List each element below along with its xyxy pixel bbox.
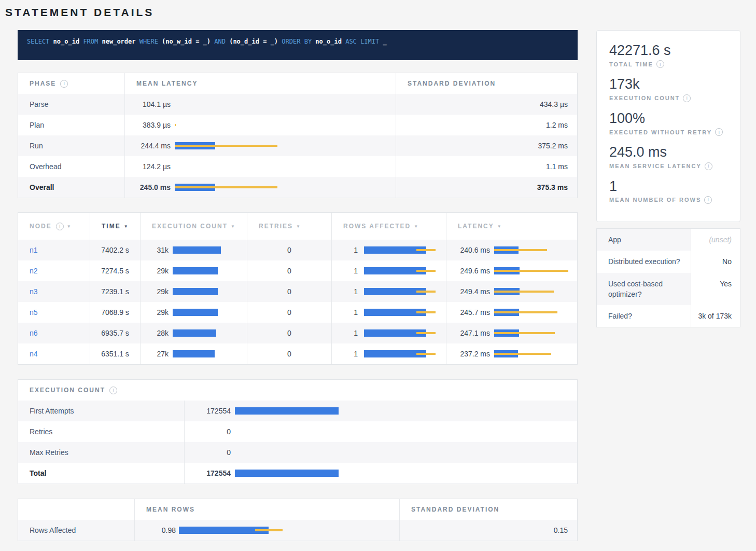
node-link[interactable]: n4 (30, 350, 38, 358)
rows-affected-header[interactable]: ROWS AFFECTED ▼ (332, 213, 446, 240)
sql-identifier: no_o_id (53, 38, 83, 45)
execution-count-bar (173, 350, 215, 357)
latency-header[interactable]: LATENCY ▼ (446, 213, 578, 240)
time-cell: 6351.1 s (90, 343, 141, 364)
execution-count-cell: 29k (141, 260, 247, 281)
phase-table-header: PHASE i MEAN LATENCY STANDARD DEVIATION (18, 73, 577, 94)
info-icon[interactable]: i (705, 162, 712, 170)
attribute-row-failed: Failed? 3k of 173k (597, 305, 740, 327)
mean-rows-header: MEAN ROWS (135, 499, 400, 520)
retries-header[interactable]: RETRIES ▼ (247, 213, 332, 240)
retries-cell: 0 (247, 343, 332, 364)
latency-bar (175, 121, 176, 129)
execution-count-header[interactable]: EXECUTION COUNT ▼ (141, 213, 247, 240)
node-link[interactable]: n3 (30, 287, 38, 296)
info-icon[interactable]: i (715, 128, 723, 136)
phase-header: PHASE i (18, 73, 125, 94)
execution-count-cell: 27k (141, 343, 247, 364)
stat-executed-without-retry: 100% EXECUTED WITHOUT RETRY i (609, 110, 727, 136)
count-cell: 172554 (185, 401, 578, 421)
sql-keyword: AND (214, 38, 229, 45)
execution-count-table: EXECUTION COUNT i First Attempts 172554 (18, 379, 578, 484)
execution-count-row: First Attempts 172554 (18, 401, 577, 421)
execution-count-cell: 29k (141, 302, 247, 323)
summary-stats-card: 42271.6 s TOTAL TIME i 173k EXECUTION CO… (596, 30, 740, 222)
attribute-value: (unset) (691, 229, 740, 251)
execution-count-bar (173, 329, 216, 337)
mean-latency-cell: 124.2 µs (125, 156, 396, 177)
latency-cell: 237.2 ms (446, 343, 578, 364)
node-row: n5 7068.9 s 29k 0 1 245.7 ms (18, 302, 577, 323)
mean-latency-value: 244.4 ms (136, 142, 171, 150)
execution-count-bar (173, 246, 221, 254)
phase-table: PHASE i MEAN LATENCY STANDARD DEVIATION … (18, 73, 578, 198)
stat-mean-number-of-rows: 1 MEAN NUMBER OF ROWS i (609, 178, 727, 204)
sort-arrow-icon[interactable]: ▼ (414, 224, 418, 229)
count-bar (235, 407, 339, 415)
execution-count-row: Max Retries 0 (18, 442, 577, 463)
node-link[interactable]: n6 (30, 329, 38, 337)
latency-bar (494, 309, 557, 316)
info-icon[interactable]: i (683, 94, 691, 102)
execution-count-bar (173, 309, 218, 316)
std-dev-value: 375.3 ms (396, 177, 578, 198)
std-dev-value: 1.2 ms (396, 115, 578, 135)
sql-keyword: ASC LIMIT (345, 38, 383, 45)
node-link[interactable]: n1 (30, 246, 38, 254)
info-icon[interactable]: i (656, 60, 664, 68)
sql-keyword: WHERE (139, 38, 162, 45)
sort-arrow-icon[interactable]: ▼ (296, 224, 300, 229)
sql-statement-box: SELECT no_o_id FROM new_order WHERE (no_… (18, 30, 578, 60)
std-dev-value: 375.2 ms (396, 135, 578, 156)
time-cell: 7068.9 s (90, 302, 141, 323)
attribute-row-optimizer: Used cost-based optimizer? Yes (597, 273, 740, 306)
latency-bar (494, 267, 568, 274)
row-label: Rows Affected (18, 520, 135, 541)
node-header[interactable]: NODE i ▼ (18, 213, 90, 240)
node-link[interactable]: n5 (30, 308, 38, 316)
statement-details-page: STATEMENT DETAILS SELECT no_o_id FROM ne… (0, 0, 756, 551)
std-dev-value: 0.15 (400, 520, 578, 541)
execution-count-title: EXECUTION COUNT i (18, 380, 185, 401)
node-cell: n5 (18, 302, 90, 323)
time-header-sorted[interactable]: TIME ▼ (90, 213, 141, 240)
row-label: Total (18, 463, 185, 484)
rows-affected-cell: 1 (332, 260, 446, 281)
attribute-value: No (691, 251, 740, 272)
node-cell: n6 (18, 323, 90, 343)
rows-affected-bar (364, 350, 436, 357)
info-icon[interactable]: i (60, 80, 68, 88)
info-icon[interactable]: i (704, 196, 712, 204)
retries-cell: 0 (247, 323, 332, 343)
rows-affected-cell: 1 (332, 240, 446, 260)
node-row: n4 6351.1 s 27k 0 1 237.2 ms (18, 343, 577, 364)
info-icon[interactable]: i (109, 387, 117, 394)
rows-affected-bar (364, 267, 436, 274)
phase-name: Parse (18, 94, 125, 115)
sort-arrow-icon[interactable]: ▼ (124, 224, 128, 229)
sql-keyword: ORDER BY (282, 38, 315, 45)
phase-row: Plan 383.9 µs 1.2 ms (18, 115, 577, 135)
sql-keyword: FROM (83, 38, 102, 45)
info-icon[interactable]: i (56, 223, 64, 230)
latency-cell: 249.6 ms (446, 260, 578, 281)
rows-table: MEAN ROWS STANDARD DEVIATION Rows Affect… (18, 499, 578, 541)
sort-arrow-icon[interactable]: ▼ (67, 224, 71, 229)
rows-affected-cell: 1 (332, 281, 446, 302)
std-dev-value: 1.1 ms (396, 156, 578, 177)
sql-identifier: no_o_id (315, 38, 345, 45)
sql-identifier: _ (383, 38, 386, 45)
count-cell: 0 (185, 442, 578, 463)
mean-rows-bar (179, 527, 283, 534)
latency-bar (494, 350, 551, 357)
node-row: n1 7402.2 s 31k 0 1 240.6 ms (18, 240, 577, 260)
node-link[interactable]: n2 (30, 267, 38, 275)
mean-latency-cell: 383.9 µs (125, 115, 396, 135)
time-cell: 7239.1 s (90, 281, 141, 302)
sort-arrow-icon[interactable]: ▼ (497, 224, 501, 229)
sort-arrow-icon[interactable]: ▼ (231, 224, 235, 229)
retries-cell: 0 (247, 281, 332, 302)
node-table-header: NODE i ▼ TIME ▼ EXECUTION COUNT ▼ RETRIE… (18, 213, 577, 240)
node-cell: n4 (18, 343, 90, 364)
row-label: First Attempts (18, 401, 185, 421)
